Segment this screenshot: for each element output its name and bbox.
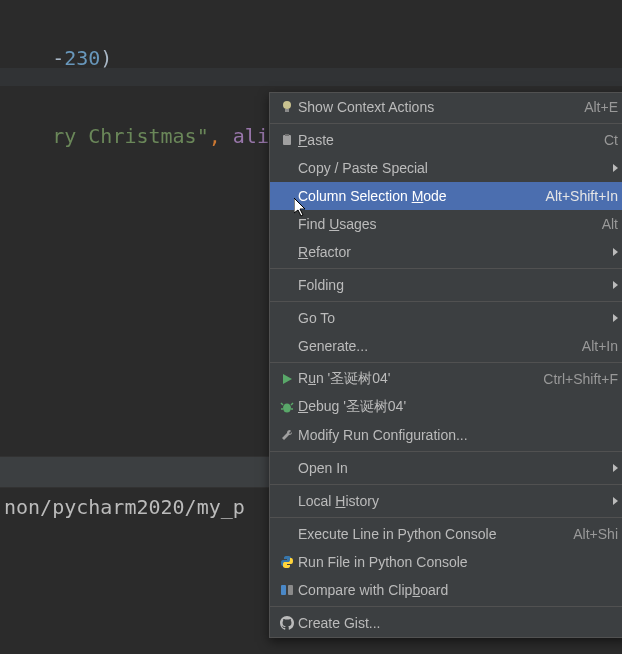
menu-item-paste[interactable]: Paste Ct	[270, 126, 622, 154]
menu-label: Copy / Paste Special	[298, 160, 605, 176]
menu-label: Go To	[298, 310, 605, 326]
wrench-icon	[276, 428, 298, 442]
menu-item-goto[interactable]: Go To	[270, 304, 622, 332]
menu-separator	[270, 268, 622, 269]
svg-line-7	[291, 403, 293, 405]
svg-rect-2	[283, 135, 291, 145]
menu-label: Find Usages	[298, 216, 590, 232]
code-string: ry Christmas"	[52, 124, 209, 148]
menu-separator	[270, 484, 622, 485]
bulb-icon	[276, 100, 298, 114]
menu-item-folding[interactable]: Folding	[270, 271, 622, 299]
svg-rect-3	[285, 134, 289, 136]
menu-item-copy-paste-special[interactable]: Copy / Paste Special	[270, 154, 622, 182]
menu-label: Generate...	[298, 338, 570, 354]
menu-label: Refactor	[298, 244, 605, 260]
menu-item-debug[interactable]: Debug '圣诞树04'	[270, 393, 622, 421]
menu-label: Create Gist...	[298, 615, 618, 631]
menu-item-compare-clipboard[interactable]: Compare with Clipboard	[270, 576, 622, 604]
svg-point-0	[283, 101, 291, 109]
menu-label: Modify Run Configuration...	[298, 427, 618, 443]
menu-shortcut: Ctrl+Shift+F	[531, 371, 618, 387]
menu-item-modify-run-config[interactable]: Modify Run Configuration...	[270, 421, 622, 449]
python-icon	[276, 555, 298, 569]
clipboard-icon	[276, 133, 298, 147]
menu-label: Execute Line in Python Console	[298, 526, 561, 542]
menu-item-find-usages[interactable]: Find Usages Alt	[270, 210, 622, 238]
code-text: ,	[209, 124, 233, 148]
menu-label: Paste	[298, 132, 592, 148]
menu-item-run[interactable]: Run '圣诞树04' Ctrl+Shift+F	[270, 365, 622, 393]
code-text: )	[100, 46, 112, 70]
code-text: -	[52, 46, 64, 70]
menu-separator	[270, 606, 622, 607]
menu-label: Debug '圣诞树04'	[298, 398, 618, 416]
menu-item-run-file-console[interactable]: Run File in Python Console	[270, 548, 622, 576]
menu-item-local-history[interactable]: Local History	[270, 487, 622, 515]
github-icon	[276, 616, 298, 630]
submenu-arrow-icon	[613, 164, 618, 172]
menu-item-show-context-actions[interactable]: Show Context Actions Alt+E	[270, 93, 622, 121]
menu-label: Run File in Python Console	[298, 554, 618, 570]
menu-shortcut: Alt+E	[572, 99, 618, 115]
submenu-arrow-icon	[613, 464, 618, 472]
menu-item-refactor[interactable]: Refactor	[270, 238, 622, 266]
menu-separator	[270, 301, 622, 302]
svg-marker-4	[283, 374, 292, 384]
menu-item-open-in[interactable]: Open In	[270, 454, 622, 482]
debug-icon	[276, 400, 298, 414]
menu-separator	[270, 362, 622, 363]
menu-item-execute-line[interactable]: Execute Line in Python Console Alt+Shi	[270, 520, 622, 548]
submenu-arrow-icon	[613, 314, 618, 322]
svg-line-6	[281, 403, 283, 405]
submenu-arrow-icon	[613, 497, 618, 505]
svg-point-5	[283, 404, 291, 413]
menu-label: Open In	[298, 460, 605, 476]
menu-label: Column Selection Mode	[298, 188, 534, 204]
menu-label: Show Context Actions	[298, 99, 572, 115]
submenu-arrow-icon	[613, 281, 618, 289]
menu-item-create-gist[interactable]: Create Gist...	[270, 609, 622, 637]
menu-separator	[270, 451, 622, 452]
context-menu: Show Context Actions Alt+E Paste Ct Copy…	[269, 92, 622, 638]
menu-separator	[270, 123, 622, 124]
menu-shortcut: Ct	[592, 132, 618, 148]
svg-rect-1	[285, 109, 289, 112]
menu-shortcut: Alt+In	[570, 338, 618, 354]
menu-item-generate[interactable]: Generate... Alt+In	[270, 332, 622, 360]
svg-rect-10	[281, 585, 286, 595]
menu-shortcut: Alt+Shi	[561, 526, 618, 542]
menu-label: Folding	[298, 277, 605, 293]
run-icon	[276, 373, 298, 385]
console-output[interactable]: non/pycharm2020/my_p	[0, 495, 245, 519]
menu-label: Local History	[298, 493, 605, 509]
submenu-arrow-icon	[613, 248, 618, 256]
menu-item-column-selection[interactable]: Column Selection Mode Alt+Shift+In	[270, 182, 622, 210]
editor-band	[0, 68, 622, 86]
menu-shortcut: Alt	[590, 216, 618, 232]
diff-icon	[276, 583, 298, 597]
menu-label: Run '圣诞树04'	[298, 370, 531, 388]
menu-separator	[270, 517, 622, 518]
menu-shortcut: Alt+Shift+In	[534, 188, 618, 204]
menu-label: Compare with Clipboard	[298, 582, 618, 598]
code-number: 230	[64, 46, 100, 70]
svg-rect-11	[288, 585, 293, 595]
